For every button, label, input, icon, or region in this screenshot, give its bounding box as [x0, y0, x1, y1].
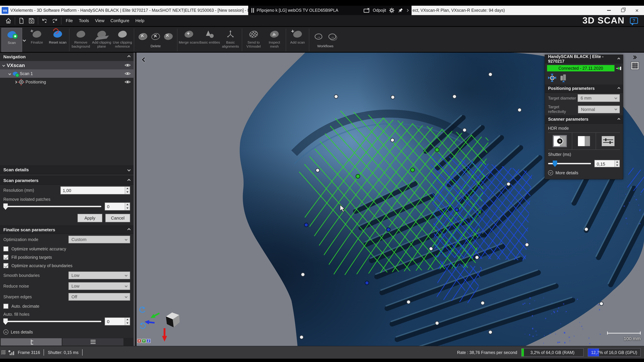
- resolution-spinbox[interactable]: 1,00: [60, 186, 130, 194]
- workflow-export-icon[interactable]: [314, 33, 322, 39]
- smooth-boundaries-dropdown[interactable]: Low: [68, 272, 130, 279]
- delete-mesh-icon[interactable]: [138, 33, 148, 40]
- visibility-eye-icon[interactable]: [124, 63, 131, 67]
- menu-file[interactable]: File: [63, 16, 76, 25]
- visibility-eye-icon[interactable]: [124, 80, 131, 84]
- remove-isolated-spinbox[interactable]: 0: [105, 202, 130, 211]
- status-bar: Frame 3116 Shutter: 0,15 ms Rate : 38,76…: [0, 346, 644, 359]
- banner-expand-chevron[interactable]: [406, 9, 409, 12]
- new-session-icon[interactable]: [16, 16, 26, 25]
- workflow-batch-icon[interactable]: [328, 33, 336, 39]
- calibration-bars-icon[interactable]: [560, 74, 566, 81]
- auto-fill-holes-spinbox[interactable]: 0: [105, 318, 130, 326]
- visibility-eye-icon[interactable]: [124, 71, 131, 76]
- axis-y-badge: Y: [142, 339, 146, 343]
- expand-side-panel-button[interactable]: [634, 56, 636, 59]
- 3d-viewport[interactable]: X Y Z 100 mm HandySCAN BLACK | Elite - 9…: [136, 53, 644, 346]
- spin-up[interactable]: [125, 187, 130, 190]
- shutter-slider[interactable]: [548, 160, 591, 167]
- fill-targets-checkbox[interactable]: [3, 255, 8, 260]
- hdr-contrast-button[interactable]: [578, 136, 590, 146]
- device-panel-header[interactable]: HandySCAN BLACK | Elite - 9270217: [545, 55, 623, 63]
- menu-view[interactable]: View: [92, 16, 108, 25]
- minimize-button[interactable]: [602, 6, 616, 15]
- collapse-viewport-panel-button[interactable]: [142, 57, 146, 63]
- gear-icon[interactable]: [389, 7, 395, 13]
- reset-scan-button[interactable]: Reset scan: [47, 28, 68, 52]
- optimize-boundaries-checkbox[interactable]: [3, 263, 8, 268]
- menu-configure[interactable]: Configure: [108, 16, 132, 25]
- add-scan-button[interactable]: Add scan: [287, 28, 308, 52]
- target-reflectivity-dropdown[interactable]: Normal: [578, 105, 620, 113]
- ram-usage-meter: 3,2% of 64,0 GB (RAM): [521, 348, 584, 357]
- reduce-noise-dropdown[interactable]: Low: [68, 282, 130, 290]
- positioning-parameters-header[interactable]: Positioning parameters: [545, 84, 623, 93]
- optimize-volumetric-row[interactable]: Optimize volumetric accuracy: [0, 245, 134, 253]
- optimize-volumetric-checkbox[interactable]: [3, 246, 8, 251]
- menu-help[interactable]: Help: [132, 16, 148, 25]
- tree-item-positioning[interactable]: Positioning: [0, 78, 134, 86]
- collapsed-chevron[interactable]: [14, 81, 17, 83]
- grid-view-button[interactable]: [631, 62, 639, 69]
- remove-background-button[interactable]: Remove background: [70, 28, 91, 52]
- less-details-toggle[interactable]: Less details: [0, 328, 134, 338]
- auto-decimate-row[interactable]: Auto. decimate: [0, 302, 134, 310]
- disconnect-button[interactable]: Odpojit: [373, 8, 386, 13]
- hdr-custom-button[interactable]: [602, 136, 614, 146]
- expand-chevron[interactable]: [2, 64, 5, 67]
- tree-item-scan1[interactable]: Scan 1: [0, 69, 134, 78]
- shutter-spinbox[interactable]: 0,15: [594, 160, 620, 167]
- tree-item-vxscan[interactable]: VXscan: [0, 61, 134, 69]
- tab-list-view[interactable]: [62, 338, 124, 346]
- menu-tools[interactable]: Tools: [76, 16, 92, 25]
- scan-parameters-header[interactable]: Scan parameters: [0, 176, 134, 185]
- use-clipping-reference-button[interactable]: Use clipping reference: [112, 28, 133, 52]
- help-bubble-icon[interactable]: ?: [630, 17, 638, 24]
- home-icon[interactable]: [3, 16, 14, 25]
- cancel-button[interactable]: Cancel: [105, 214, 130, 222]
- pin-icon[interactable]: [398, 7, 404, 13]
- delete-entity-icon[interactable]: [164, 33, 173, 40]
- hdr-off-button[interactable]: ×: [553, 135, 567, 147]
- detect-targets-icon[interactable]: [548, 74, 556, 81]
- send-to-vxmodel-button[interactable]: Send to VXmodel: [243, 28, 264, 52]
- finalize-button[interactable]: Finalize: [26, 28, 47, 52]
- add-clipping-plane-icon: [97, 30, 106, 38]
- sharpen-edges-dropdown[interactable]: Off: [68, 293, 130, 301]
- scanner-parameters-header[interactable]: Scanner parameters: [545, 115, 623, 124]
- apply-button[interactable]: Apply: [78, 214, 102, 222]
- fill-targets-row[interactable]: Fill positioning targets: [0, 253, 134, 261]
- navigation-header[interactable]: Navigation: [0, 53, 134, 61]
- tab-tree-view[interactable]: [1, 338, 62, 346]
- navigation-cube[interactable]: X Y Z: [154, 308, 191, 345]
- restore-button[interactable]: [616, 6, 630, 15]
- rotate-ccw-icon[interactable]: [139, 306, 146, 313]
- finalize-parameters-header[interactable]: Finalize scan parameters: [0, 226, 134, 234]
- remove-isolated-slider[interactable]: [3, 203, 101, 210]
- redo-icon[interactable]: [50, 16, 60, 25]
- window-title-left: VXelements - 3D Software Platform - Hand…: [10, 8, 276, 13]
- more-details-toggle[interactable]: More details: [545, 168, 623, 179]
- basic-alignments-button[interactable]: Basic alignments: [220, 28, 241, 52]
- scan-button[interactable]: Scan: [1, 28, 22, 52]
- spin-down[interactable]: [125, 190, 130, 194]
- add-clipping-plane-button[interactable]: Add clipping plane: [91, 28, 112, 52]
- optimization-mode-dropdown[interactable]: Custom: [68, 236, 130, 243]
- collapse-navigation-chevron[interactable]: [127, 55, 131, 58]
- target-diameter-dropdown[interactable]: 6 mm: [578, 94, 620, 102]
- auto-fill-holes-slider[interactable]: [3, 318, 101, 325]
- save-icon[interactable]: [26, 16, 36, 25]
- basic-entities-button[interactable]: Basic entities: [199, 28, 220, 52]
- left-panel-scrollbar[interactable]: [134, 53, 135, 346]
- merge-scans-button[interactable]: Merge scans: [178, 28, 199, 52]
- delete-curve-icon[interactable]: [151, 33, 160, 40]
- undo-icon[interactable]: [40, 16, 50, 25]
- scan-dropdown-caret[interactable]: [22, 28, 26, 52]
- expand-chevron[interactable]: [8, 72, 11, 75]
- optimize-boundaries-row[interactable]: Optimize accuracy of boundaries: [0, 261, 134, 270]
- scan-details-header[interactable]: Scan details: [0, 166, 134, 174]
- rotate-cw-icon[interactable]: [139, 322, 146, 330]
- inspect-mesh-button[interactable]: Inspect mesh: [264, 28, 285, 52]
- close-button[interactable]: ×: [630, 6, 644, 15]
- auto-decimate-checkbox[interactable]: [3, 304, 8, 309]
